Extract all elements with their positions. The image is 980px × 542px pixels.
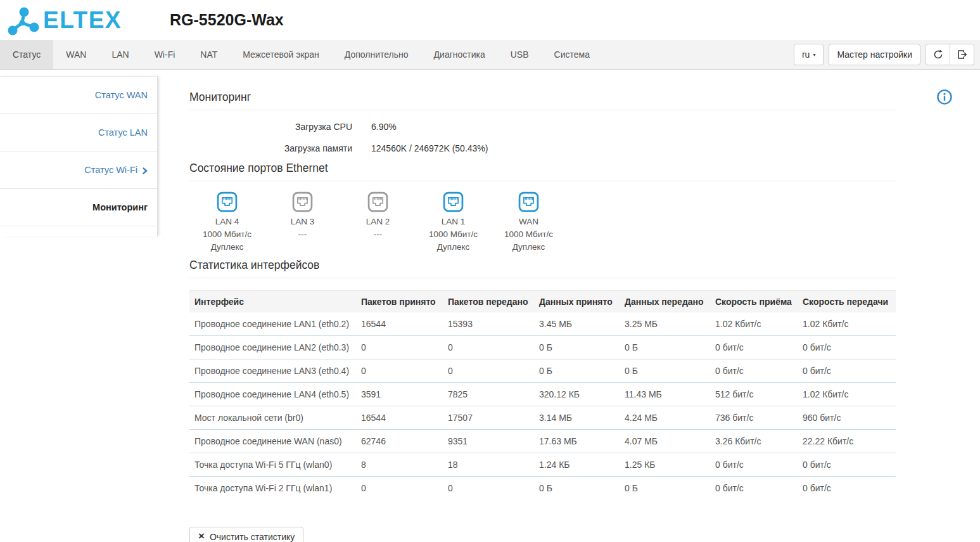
sidebar-item-status-wifi[interactable]: Статус Wi-Fi: [0, 152, 157, 189]
stat-value-cell: 62746: [356, 430, 443, 453]
table-row: Мост локальной сети (br0)16544175073.14 …: [189, 406, 896, 430]
port-speed: 1000 Мбит/с: [504, 228, 553, 241]
setup-wizard-button[interactable]: Мастер настройки: [829, 44, 920, 65]
table-row: Точка доступа Wi-Fi 2 ГГц (wlan1)000 Б0 …: [189, 477, 896, 500]
tab-wan[interactable]: WAN: [53, 40, 99, 69]
stat-value-cell: 7825: [443, 383, 534, 406]
stat-value-cell: 16544: [356, 313, 443, 336]
clear-statistics-button[interactable]: × Очистить статистику: [189, 527, 303, 542]
tab-usb[interactable]: USB: [498, 40, 542, 69]
stat-value-cell: 0 бит/с: [710, 477, 798, 500]
stat-value-cell: 3.26 Кбит/с: [710, 430, 798, 453]
tab-status[interactable]: Статус: [0, 40, 53, 69]
port-name: LAN 1: [442, 216, 466, 228]
column-header: Пакетов передано: [443, 291, 534, 313]
stat-value-cell: 960 бит/с: [798, 406, 896, 430]
monitoring-heading: Мониторинг: [189, 91, 896, 110]
stat-value-cell: 4.07 МБ: [620, 430, 710, 453]
stat-value-cell: 0 бит/с: [798, 336, 896, 359]
stat-value-cell: 512 бит/с: [710, 383, 798, 406]
body-wrap: Статус WANСтатус LANСтатус Wi-FiМонитори…: [0, 70, 980, 542]
ethernet-port-lan-4: LAN 41000 Мбит/сДуплекс: [189, 191, 265, 254]
ethernet-ports: LAN 41000 Мбит/сДуплексLAN 3---LAN 2---L…: [189, 181, 896, 259]
column-header: Скорость приёма: [710, 291, 798, 313]
interface-name-cell: Проводное соединение LAN2 (eth0.3): [189, 336, 356, 359]
tab-lan[interactable]: LAN: [99, 40, 141, 69]
app-header: ELTEX RG-5520G-Wax: [0, 0, 980, 40]
router-admin-page: ELTEX RG-5520G-Wax СтатусWANLANWi-FiNATМ…: [0, 0, 980, 542]
column-header: Интерфейс: [189, 291, 356, 313]
refresh-button[interactable]: [926, 44, 950, 65]
stat-value-cell: 17507: [443, 406, 534, 430]
port-speed: ---: [374, 228, 383, 241]
language-label: ru: [802, 49, 810, 60]
content-column: Мониторинг Загрузка CPU6.90%Загрузка пам…: [189, 91, 896, 542]
port-duplex: Дуплекс: [211, 241, 244, 254]
monitoring-label: Загрузка памяти: [189, 143, 352, 153]
column-header: Данных принято: [534, 291, 620, 313]
tab-wifi[interactable]: Wi-Fi: [142, 40, 188, 69]
monitoring-value: 124560K / 246972K (50.43%): [371, 143, 488, 153]
nav-right-controls: ru ▾ Мастер настройки: [794, 40, 980, 69]
stat-value-cell: 0: [443, 359, 534, 383]
interface-name-cell: Проводное соединение LAN1 (eth0.2): [189, 313, 356, 336]
sidebar-menu: Статус WANСтатус LANСтатус Wi-FiМонитори…: [0, 76, 158, 236]
interface-name-cell: Проводное соединение WAN (nas0): [189, 430, 356, 453]
sidebar: Статус WANСтатус LANСтатус Wi-FiМонитори…: [0, 70, 158, 542]
tab-nat[interactable]: NAT: [188, 40, 230, 69]
rj45-port-icon: [367, 191, 388, 212]
language-dropdown[interactable]: ru ▾: [794, 44, 824, 65]
stat-value-cell: 17.63 МБ: [534, 430, 620, 453]
stat-value-cell: 0 бит/с: [710, 336, 798, 359]
stat-value-cell: 16544: [356, 406, 443, 430]
sidebar-item-status-wan[interactable]: Статус WAN: [0, 77, 157, 114]
refresh-icon: [932, 49, 944, 60]
rj45-port-icon: [518, 191, 539, 212]
stat-value-cell: 8: [356, 453, 443, 477]
logout-button[interactable]: [950, 44, 974, 65]
ethernet-port-lan-2: LAN 2---: [340, 191, 416, 254]
stat-value-cell: 0 Б: [534, 477, 620, 500]
monitoring-label: Загрузка CPU: [189, 122, 352, 132]
stat-value-cell: 11.43 МБ: [620, 383, 710, 406]
stat-value-cell: 0 Б: [620, 359, 710, 383]
main-nav: СтатусWANLANWi-FiNATМежсетевой экранДопо…: [0, 40, 980, 70]
stat-value-cell: 0 бит/с: [710, 453, 798, 477]
nav-icon-button-group: [926, 44, 974, 65]
stat-value-cell: 22.22 Кбит/с: [798, 430, 896, 453]
table-row: Проводное соединение LAN4 (eth0.5)359178…: [189, 383, 896, 406]
ethernet-port-lan-3: LAN 3---: [265, 191, 340, 254]
port-name: LAN 3: [291, 216, 315, 228]
eltex-logo[interactable]: ELTEX: [5, 4, 163, 37]
port-name: LAN 2: [366, 216, 390, 228]
stat-value-cell: 0: [356, 359, 443, 383]
port-speed: ---: [298, 228, 307, 241]
stat-value-cell: 1.25 КБ: [620, 453, 710, 477]
monitoring-row: Загрузка памяти124560K / 246972K (50.43%…: [189, 138, 896, 159]
stat-value-cell: 1.02 Кбит/с: [710, 313, 798, 336]
eltex-logo-text: ELTEX: [43, 8, 122, 32]
monitoring-value: 6.90%: [371, 122, 397, 132]
table-row: Проводное соединение LAN1 (eth0.2)165441…: [189, 313, 896, 336]
stat-value-cell: 0 Б: [534, 336, 620, 359]
page-title: RG-5520G-Wax: [170, 11, 284, 29]
tab-advanced[interactable]: Дополнительно: [332, 40, 421, 69]
tab-system[interactable]: Система: [542, 40, 602, 69]
stat-value-cell: 3.14 МБ: [534, 406, 620, 430]
stat-value-cell: 18: [443, 453, 534, 477]
table-row: Проводное соединение WAN (nas0)627469351…: [189, 430, 896, 453]
sidebar-item-monitoring[interactable]: Мониторинг: [0, 189, 157, 226]
port-duplex: Дуплекс: [437, 241, 470, 254]
sidebar-item-label: Мониторинг: [92, 202, 148, 212]
logout-icon: [957, 49, 968, 60]
tab-firewall[interactable]: Межсетевой экран: [230, 40, 332, 69]
ethernet-port-wan: WAN1000 Мбит/сДуплекс: [491, 191, 566, 254]
sidebar-item-status-lan[interactable]: Статус LAN: [0, 114, 157, 152]
stat-value-cell: 4.24 МБ: [620, 406, 710, 430]
caret-down-icon: ▾: [813, 52, 815, 58]
info-icon[interactable]: [936, 89, 953, 105]
tab-diagnostics[interactable]: Диагностика: [421, 40, 498, 69]
stat-value-cell: 0 Б: [620, 336, 710, 359]
stat-value-cell: 0 Б: [534, 359, 620, 383]
table-body: Проводное соединение LAN1 (eth0.2)165441…: [189, 313, 896, 500]
